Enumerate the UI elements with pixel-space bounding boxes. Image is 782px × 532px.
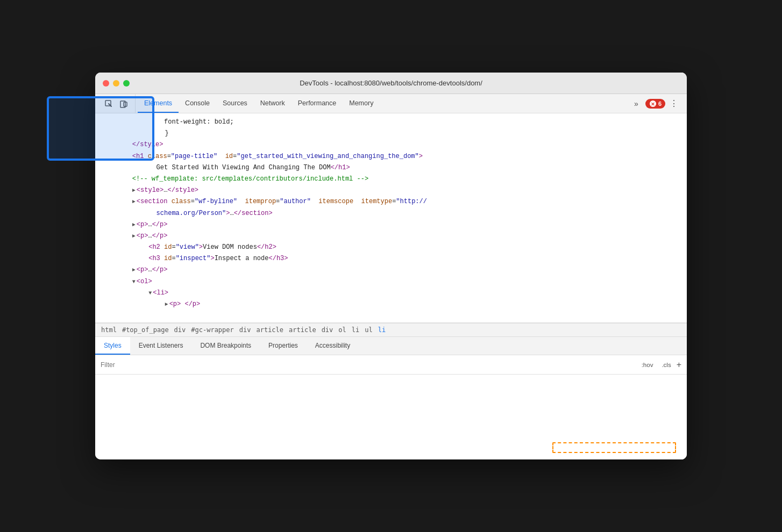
breadcrumb-ul[interactable]: ul <box>363 326 374 334</box>
svg-text:✕: ✕ <box>651 102 655 107</box>
element-highlight-overlay <box>552 442 676 453</box>
filter-bar: :hov .cls + <box>95 355 687 375</box>
dom-line[interactable]: ▼<li> <box>95 287 687 299</box>
dom-line[interactable]: </style> <box>95 139 687 150</box>
minimize-button[interactable] <box>113 80 119 87</box>
dom-line[interactable]: ►<style>…</style> <box>95 185 687 196</box>
more-tabs-icon[interactable]: » <box>629 97 643 111</box>
sidebar-tabs: Styles Event Listeners DOM Breakpoints P… <box>95 337 687 355</box>
dom-line[interactable]: <h2 id="view">View DOM nodes</h2> <box>95 242 687 253</box>
blue-highlight-overlay <box>47 96 154 161</box>
tab-event-listeners[interactable]: Event Listeners <box>130 337 192 355</box>
close-button[interactable] <box>103 80 109 87</box>
dom-line[interactable]: ▼<ol> <box>95 276 687 287</box>
dom-line[interactable]: font-weight: bold; <box>95 117 687 128</box>
dom-line[interactable]: ►<p>…</p> <box>95 231 687 242</box>
dom-line[interactable]: <!-- wf_template: src/templates/contribu… <box>95 174 687 185</box>
tab-bar-right: » ✕ 6 ⋮ <box>629 96 685 111</box>
error-badge[interactable]: ✕ 6 <box>645 99 665 109</box>
tab-sources[interactable]: Sources <box>216 94 254 113</box>
tab-styles[interactable]: Styles <box>95 337 130 355</box>
traffic-lights <box>103 80 130 87</box>
elements-panel[interactable]: font-weight: bold; } </style> <h1 class=… <box>95 113 687 323</box>
tab-performance[interactable]: Performance <box>292 94 343 113</box>
dom-line[interactable]: ►<p>…</p> <box>95 264 687 276</box>
breadcrumb-bar: html #top_of_page div #gc-wrapper div ar… <box>95 323 687 337</box>
error-count: 6 <box>658 100 662 107</box>
devtools-window: DevTools - localhost:8080/web/tools/chro… <box>95 73 687 459</box>
filter-actions: :hov .cls + <box>638 361 681 369</box>
tab-properties[interactable]: Properties <box>260 337 307 355</box>
maximize-button[interactable] <box>123 80 130 87</box>
breadcrumb-html[interactable]: html <box>99 326 118 334</box>
tab-bar: Elements Console Sources Network Perform… <box>95 94 687 113</box>
breadcrumb-div-2[interactable]: div <box>238 326 253 334</box>
dom-line[interactable]: ►<p>…</p> <box>95 219 687 231</box>
filter-input[interactable] <box>101 361 638 369</box>
tab-accessibility[interactable]: Accessibility <box>307 337 359 355</box>
breadcrumb-div-3[interactable]: div <box>320 326 335 334</box>
dom-line[interactable]: <h1 class="page-title" id="get_started_w… <box>95 151 687 162</box>
devtools-panel: Elements Console Sources Network Perform… <box>95 94 687 459</box>
breadcrumb-ol[interactable]: ol <box>337 326 347 334</box>
dom-line[interactable]: ►<p> </p> <box>95 299 687 310</box>
dom-line[interactable]: ►<section class="wf-byline" itemprop="au… <box>95 196 687 207</box>
tab-network[interactable]: Network <box>254 94 292 113</box>
dom-line[interactable]: <h3 id="inspect">Inspect a node</h3> <box>95 253 687 264</box>
breadcrumb-top-of-page[interactable]: #top_of_page <box>120 326 170 334</box>
breadcrumb-article-2[interactable]: article <box>287 326 318 334</box>
add-style-rule-button[interactable]: + <box>677 361 681 369</box>
breadcrumb-div-1[interactable]: div <box>173 326 188 334</box>
dom-line[interactable]: Get Started With Viewing And Changing Th… <box>95 162 687 174</box>
devtools-menu-icon[interactable]: ⋮ <box>667 96 680 111</box>
tab-memory[interactable]: Memory <box>343 94 380 113</box>
dom-line[interactable]: } <box>95 128 687 139</box>
breadcrumb-article-1[interactable]: article <box>254 326 285 334</box>
breadcrumb-li-1[interactable]: li <box>350 326 361 334</box>
window-title: DevTools - localhost:8080/web/tools/chro… <box>300 79 482 87</box>
breadcrumb-gc-wrapper[interactable]: #gc-wrapper <box>189 326 235 334</box>
tab-dom-breakpoints[interactable]: DOM Breakpoints <box>191 337 260 355</box>
title-bar: DevTools - localhost:8080/web/tools/chro… <box>95 73 687 94</box>
hov-button[interactable]: :hov <box>638 361 657 369</box>
tab-console[interactable]: Console <box>179 94 216 113</box>
cls-button[interactable]: .cls <box>658 361 674 369</box>
breadcrumb-li-2[interactable]: li <box>376 326 387 334</box>
dom-line[interactable]: schema.org/Person">…</section> <box>95 208 687 219</box>
